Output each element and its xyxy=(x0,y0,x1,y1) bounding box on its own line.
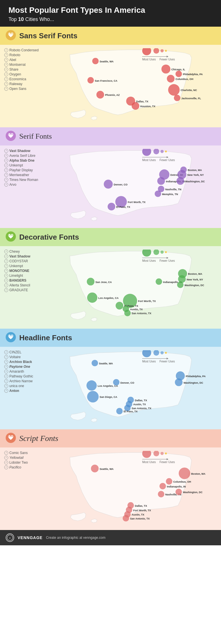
font-name: CODYSTAR xyxy=(9,259,28,263)
subtitle-prefix: Top xyxy=(8,16,17,22)
font-list-item: ✓Share xyxy=(4,67,50,71)
font-list-sans-serif: ✓Roboto Condensed✓Roboto✓Abel✓Montserrat… xyxy=(4,48,50,123)
section-script: LOVE Script Fonts✓Comic Sans✓Yellowtail✓… xyxy=(0,429,221,530)
map-svg-serif: Most UsesFewer UsesDenver, COFort Worth,… xyxy=(51,149,217,223)
svg-point-46 xyxy=(157,177,165,185)
font-name: Arvo xyxy=(9,183,16,187)
svg-point-121 xyxy=(165,453,167,455)
svg-point-33 xyxy=(160,150,163,153)
svg-text:Washington, DC: Washington, DC xyxy=(184,381,203,384)
svg-text:San Jose, CA: San Jose, CA xyxy=(95,281,112,284)
font-list-item: ✓Unkempt xyxy=(4,163,50,167)
svg-text:Austin, TX: Austin, TX xyxy=(133,403,146,406)
font-name: Paytone One xyxy=(9,365,30,369)
font-name: GRADUATE xyxy=(9,288,28,292)
svg-point-133 xyxy=(123,515,129,521)
subtitle-bold: 10 xyxy=(18,16,24,22)
check-icon: ✓ xyxy=(4,283,8,287)
svg-text:Washington, DC: Washington, DC xyxy=(185,180,205,183)
svg-text:Most Uses: Most Uses xyxy=(142,259,156,262)
svg-text:Nashville, TN: Nashville, TN xyxy=(165,188,181,191)
section-header-script: LOVE Script Fonts xyxy=(0,429,221,447)
font-name: Allerta Stencil xyxy=(9,283,30,287)
font-name: Alpha Slab One xyxy=(9,159,35,162)
svg-text:Washington, DC: Washington, DC xyxy=(183,491,203,494)
font-list-item: ✓Averia Serif Libre xyxy=(4,154,50,158)
section-title-serif: Serif Fonts xyxy=(19,132,52,141)
font-list-item: ✓Allerta Stencil xyxy=(4,283,50,287)
font-name: Economica xyxy=(9,77,26,81)
section-body-serif: ✓Vast Shadow✓Averia Serif Libre✓Alpha Sl… xyxy=(0,145,221,228)
svg-text:Fort Worth, TX: Fort Worth, TX xyxy=(138,300,156,303)
font-name: Share xyxy=(9,67,18,71)
check-icon: ✓ xyxy=(4,461,8,464)
footer-tagline: Create an infographic at venngage.com xyxy=(46,536,105,540)
font-list-item: ✓Anton xyxy=(4,389,50,393)
svg-point-50 xyxy=(155,191,161,197)
check-icon: ✓ xyxy=(4,149,8,153)
section-sans-serif: LOVE Sans Serif Fonts✓Roboto Condensed✓R… xyxy=(0,27,221,127)
svg-text:Denver, CO: Denver, CO xyxy=(114,183,128,186)
font-list-item: ✓BANGERS xyxy=(4,278,50,282)
font-list-item: ✓CINZEL xyxy=(4,350,50,354)
svg-text:LOVE: LOVE xyxy=(8,335,13,337)
svg-point-5 xyxy=(165,50,167,52)
svg-text:Washington, DC: Washington, DC xyxy=(184,284,204,287)
check-icon: ✓ xyxy=(4,384,8,388)
check-icon: ✓ xyxy=(4,82,8,86)
svg-point-9 xyxy=(92,58,99,64)
svg-text:Fewer Uses: Fewer Uses xyxy=(160,360,175,363)
svg-text:New York, NY: New York, NY xyxy=(187,174,204,176)
svg-text:Houston, TX: Houston, TX xyxy=(140,105,155,108)
section-header-sans-serif: LOVE Sans Serif Fonts xyxy=(0,27,221,45)
font-name: BANGERS xyxy=(9,278,26,282)
svg-text:Jacksonville, FL: Jacksonville, FL xyxy=(181,97,201,100)
svg-text:New York, NY: New York, NY xyxy=(187,278,203,281)
svg-text:Dallas, TX: Dallas, TX xyxy=(135,399,147,402)
font-list-item: ✓Chewy xyxy=(4,250,50,254)
svg-point-120 xyxy=(160,452,163,455)
svg-text:Chicago, IL: Chicago, IL xyxy=(171,68,185,71)
svg-text:San Antonio, TX: San Antonio, TX xyxy=(130,517,150,520)
svg-text:Seattle, WA: Seattle, WA xyxy=(100,60,114,63)
section-title-script: Script Fonts xyxy=(19,434,58,443)
svg-text:Seattle, WA: Seattle, WA xyxy=(100,468,114,470)
svg-point-110 xyxy=(116,408,123,414)
check-icon: ✓ xyxy=(4,58,8,62)
svg-text:Phoenix, AZ: Phoenix, AZ xyxy=(105,94,120,96)
svg-point-62 xyxy=(160,250,163,254)
main-header: Most Popular Font Types In America Top 1… xyxy=(0,0,221,27)
svg-point-19 xyxy=(162,65,171,74)
svg-text:Fewer Uses: Fewer Uses xyxy=(160,259,175,262)
check-icon: ✓ xyxy=(4,379,8,383)
check-icon: ✓ xyxy=(4,365,8,369)
check-icon: ✓ xyxy=(4,278,8,282)
font-name: Amaranth xyxy=(9,369,24,373)
map-svg-headline: Most UsesFewer UsesSeattle, WALos Angele… xyxy=(51,350,217,424)
font-list-item: ✓Paytone One xyxy=(4,365,50,369)
font-name: Archivo Black xyxy=(9,360,32,364)
svg-text:Austin, TX: Austin, TX xyxy=(130,308,143,311)
check-icon: ✓ xyxy=(4,259,8,263)
svg-text:San Antonio, TX: San Antonio, TX xyxy=(132,407,151,410)
map-svg-sans-serif: Most UsesFewer UsesSeattle, WASan Franci… xyxy=(51,48,217,122)
check-icon: ✓ xyxy=(4,168,8,172)
svg-point-79 xyxy=(156,278,162,285)
font-list-item: ✓Voltaire xyxy=(4,355,50,359)
svg-point-4 xyxy=(160,49,163,52)
font-list-item: ✓MONOTONE xyxy=(4,269,50,273)
map-svg-script: Most UsesFewer UsesSeattle, WADallas, TX… xyxy=(51,451,217,525)
check-icon: ✓ xyxy=(4,48,8,52)
svg-text:LOVE: LOVE xyxy=(8,33,13,35)
footer-brand: VENNGAGE xyxy=(18,535,42,540)
svg-point-73 xyxy=(116,302,123,309)
section-body-headline: ✓CINZEL✓Voltaire✓Archivo Black✓Paytone O… xyxy=(0,347,221,429)
font-list-item: ✓Vast Shadow xyxy=(4,149,50,153)
font-name: Unkempt xyxy=(9,264,23,268)
svg-text:Most Uses: Most Uses xyxy=(142,159,156,162)
font-list-serif: ✓Vast Shadow✓Averia Serif Libre✓Alpha Sl… xyxy=(4,149,50,224)
font-list-item: ✓Archivo Narrow xyxy=(4,379,50,383)
section-serif: LOVE Serif Fonts✓Vast Shadow✓Averia Seri… xyxy=(0,127,221,228)
svg-point-100 xyxy=(87,391,99,403)
svg-text:Indianapolis, IN: Indianapolis, IN xyxy=(167,485,186,488)
